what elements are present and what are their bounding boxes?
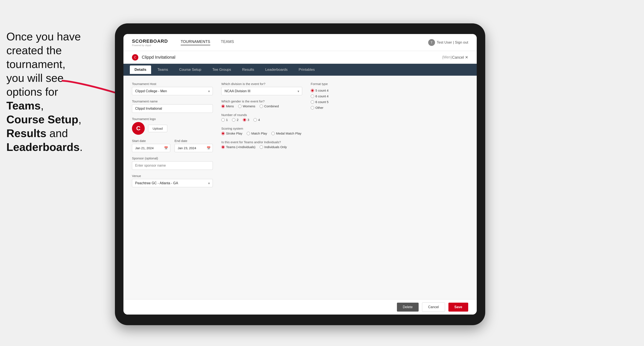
format-label: Format type: [311, 82, 370, 86]
rounds-4-label: 4: [258, 118, 260, 122]
rounds-group: Number of rounds 1 2: [221, 113, 302, 122]
rounds-2-radio[interactable]: [232, 118, 236, 122]
cancel-button[interactable]: Cancel: [422, 302, 445, 312]
nav-link-teams[interactable]: TEAMS: [221, 39, 234, 45]
division-select-wrapper: NCAA Division III: [221, 87, 302, 95]
division-select[interactable]: NCAA Division III: [221, 87, 302, 95]
scoring-match-radio[interactable]: [247, 132, 250, 135]
start-date-group: Start date: [132, 139, 170, 152]
upload-button[interactable]: Upload: [148, 125, 167, 132]
col-middle: Which division is the event for? NCAA Di…: [221, 82, 302, 293]
gender-mens-radio[interactable]: [221, 105, 225, 108]
tournament-name-input[interactable]: [132, 104, 213, 113]
scoring-medal: Medal Match Play: [271, 132, 301, 135]
format-other-radio[interactable]: [311, 106, 314, 109]
tournament-logo-label: Tournament logo: [132, 117, 213, 121]
rounds-3: 3: [243, 118, 249, 122]
breadcrumb-back-button[interactable]: C: [132, 54, 138, 61]
gender-womens: Womens: [238, 104, 256, 108]
end-date-input[interactable]: [174, 144, 213, 152]
format-6count4: 6 count 4: [311, 94, 370, 98]
format-6count4-radio[interactable]: [311, 95, 314, 98]
gender-combined: Combined: [260, 104, 279, 108]
tab-course-setup[interactable]: Course Setup: [174, 65, 206, 74]
tablet-frame: SCOREBOARD Powered by clippd TOURNAMENTS…: [115, 23, 485, 325]
breadcrumb-title: Clippd Invitational: [142, 55, 440, 60]
division-group: Which division is the event for? NCAA Di…: [221, 82, 302, 95]
scoring-stroke-label: Stroke Play: [226, 132, 242, 135]
gender-womens-label: Womens: [243, 104, 256, 108]
gender-combined-radio[interactable]: [260, 105, 263, 108]
teams-plus-individuals-label: Teams (+Individuals): [226, 145, 256, 149]
teams-group: Is this event for Teams and/or Individua…: [221, 140, 302, 150]
tournament-host-label: Tournament Host: [132, 82, 213, 86]
teams-plus-individuals-radio[interactable]: [221, 145, 225, 149]
venue-select[interactable]: Peachtree GC - Atlanta - GA: [132, 179, 213, 187]
delete-button[interactable]: Delete: [397, 303, 418, 312]
tab-teams[interactable]: Teams: [153, 65, 173, 74]
save-button[interactable]: Save: [448, 303, 468, 312]
format-group: Format type 5 count 4 6 count 4 6 count …: [311, 82, 370, 110]
tab-leaderboards[interactable]: Leaderboards: [260, 65, 292, 74]
col-right: Format type 5 count 4 6 count 4 6 count …: [311, 82, 370, 293]
sponsor-input[interactable]: [132, 161, 213, 170]
bottom-bar: Delete Cancel Save: [124, 299, 477, 315]
teams-radio-row: Teams (+Individuals) Individuals Only: [221, 145, 302, 150]
tab-printables[interactable]: Printables: [294, 65, 320, 74]
gender-combined-label: Combined: [264, 104, 279, 108]
rounds-2-label: 2: [237, 118, 238, 122]
scoring-radio-row: Stroke Play Match Play Medal Match Play: [221, 132, 302, 136]
logo-text: SCOREBOARD: [132, 38, 168, 44]
rounds-3-radio[interactable]: [243, 118, 246, 122]
tournament-logo-group: Tournament logo C Upload: [132, 117, 213, 135]
rounds-2: 2: [232, 118, 238, 122]
teams-plus-individuals: Teams (+Individuals): [221, 145, 256, 149]
teams-label: Is this event for Teams and/or Individua…: [221, 140, 302, 144]
logo-area: SCOREBOARD Powered by clippd: [132, 38, 168, 46]
venue-select-wrapper: Peachtree GC - Atlanta - GA: [132, 179, 213, 187]
breadcrumb-bar: C Clippd Invitational (Men) Cancel ✕: [124, 51, 477, 64]
scoring-medal-label: Medal Match Play: [276, 132, 301, 135]
start-date-wrap: [132, 144, 170, 152]
logo-sub: Powered by clippd: [132, 44, 168, 46]
col-left: Tournament Host Clippd College - Men Tou…: [132, 82, 213, 293]
scoring-match: Match Play: [247, 132, 267, 135]
main-content: Tournament Host Clippd College - Men Tou…: [124, 76, 477, 299]
tournament-name-group: Tournament name: [132, 99, 213, 113]
tab-tee-groups[interactable]: Tee Groups: [208, 65, 236, 74]
scoring-match-label: Match Play: [251, 132, 267, 135]
rounds-1-radio[interactable]: [221, 118, 225, 122]
user-label[interactable]: Test User | Sign out: [437, 40, 468, 45]
format-6count5: 6 count 5: [311, 100, 370, 104]
tournament-host-select[interactable]: Clippd College - Men: [132, 87, 213, 95]
rounds-4-radio[interactable]: [254, 118, 257, 122]
nav-links: TOURNAMENTS TEAMS: [181, 39, 428, 45]
breadcrumb-gender: (Men): [442, 55, 452, 59]
scoring-medal-radio[interactable]: [271, 132, 275, 135]
venue-group: Venue Peachtree GC - Atlanta - GA: [132, 174, 213, 187]
individuals-only: Individuals Only: [260, 145, 287, 149]
start-date-input[interactable]: [132, 144, 170, 152]
format-other-label: Other: [316, 106, 324, 109]
logo-circle: C: [132, 122, 145, 135]
gender-womens-radio[interactable]: [238, 105, 242, 108]
scoring-stroke-radio[interactable]: [221, 132, 225, 135]
close-button[interactable]: Cancel ✕: [452, 55, 468, 60]
tab-results[interactable]: Results: [238, 65, 259, 74]
nav-link-tournaments[interactable]: TOURNAMENTS: [181, 39, 210, 45]
tablet-screen: SCOREBOARD Powered by clippd TOURNAMENTS…: [124, 34, 477, 315]
tournament-name-label: Tournament name: [132, 99, 213, 103]
end-date-label: End date: [174, 139, 213, 143]
individuals-only-radio[interactable]: [260, 145, 263, 149]
tab-details[interactable]: Details: [130, 65, 151, 74]
individuals-only-label: Individuals Only: [264, 145, 287, 149]
rounds-1-label: 1: [226, 118, 228, 122]
format-5count4-radio[interactable]: [311, 89, 314, 92]
start-date-label: Start date: [132, 139, 170, 143]
gender-mens: Mens: [221, 104, 234, 108]
format-6count5-radio[interactable]: [311, 100, 314, 104]
gender-mens-label: Mens: [226, 104, 234, 108]
form-area: Tournament Host Clippd College - Men Tou…: [124, 76, 477, 299]
tournament-host-select-wrapper: Clippd College - Men: [132, 87, 213, 95]
tournament-host-group: Tournament Host Clippd College - Men: [132, 82, 213, 95]
